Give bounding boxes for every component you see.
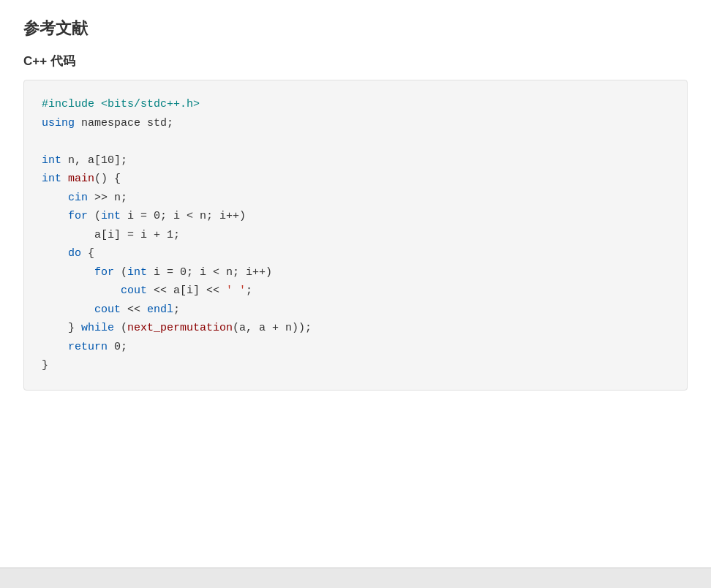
- code-include: #include <bits/stdc++.h>: [42, 98, 200, 110]
- code-for1: for: [68, 210, 88, 222]
- code-cout1: cout: [121, 284, 147, 297]
- code-main-fn: main: [68, 173, 94, 185]
- code-block: #include <bits/stdc++.h> using namespace…: [23, 80, 688, 391]
- footer-bar: [0, 568, 711, 588]
- code-endl: endl: [147, 304, 173, 316]
- code-return: return: [68, 341, 108, 353]
- code-space-char: ' ': [226, 284, 246, 297]
- code-next-perm: next_permutation: [127, 322, 233, 334]
- subsection-title: C++ 代码: [23, 53, 688, 69]
- code-int-main: int: [42, 173, 61, 185]
- code-do: do: [68, 247, 81, 260]
- code-using: using: [42, 117, 75, 129]
- section-title: 参考文献: [23, 18, 688, 39]
- code-for2: for: [94, 266, 114, 279]
- code-cout2: cout: [94, 304, 121, 316]
- code-int-n: int: [42, 154, 61, 167]
- code-cin: cin: [68, 192, 88, 204]
- code-while: while: [81, 322, 114, 334]
